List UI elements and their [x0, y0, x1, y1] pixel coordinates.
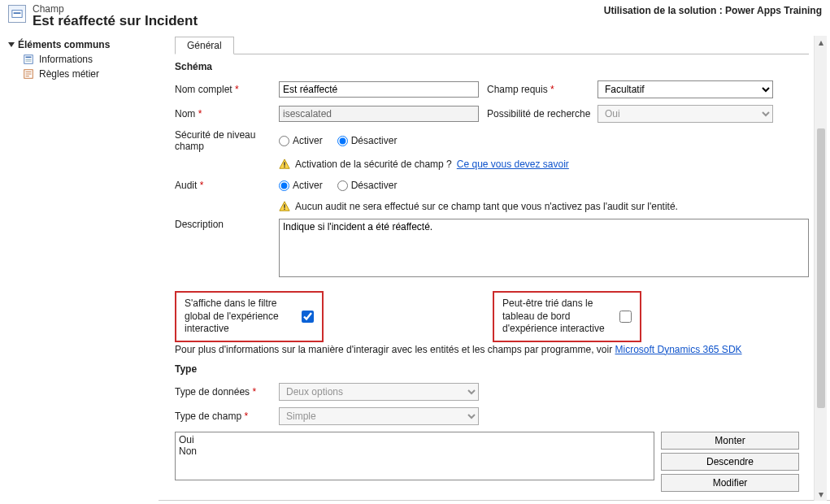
info-icon — [23, 54, 34, 65]
warning-icon — [279, 201, 290, 212]
sdk-link[interactable]: Microsoft Dynamics 365 SDK — [615, 344, 742, 355]
sidebar-item-label: Règles métier — [39, 68, 99, 80]
label-display-name: Nom complet * — [175, 84, 279, 95]
sdk-info-line: Pour plus d'informations sur la manière … — [175, 344, 809, 355]
data-type-select: Deux options — [279, 383, 479, 401]
label-data-type: Type de données * — [175, 386, 279, 398]
sortable-dashboard-checkbox[interactable] — [619, 311, 632, 323]
field-icon — [8, 5, 26, 23]
chevron-down-icon — [8, 42, 15, 47]
sidebar-item-label: Informations — [39, 54, 93, 65]
display-name-input[interactable] — [279, 81, 479, 98]
label-audit: Audit * — [175, 180, 279, 191]
requirement-select[interactable]: Facultatif — [598, 80, 773, 98]
highlight-global-filter: S'affiche dans le filtre global de l'exp… — [175, 291, 324, 342]
svg-rect-10 — [284, 209, 285, 210]
svg-rect-4 — [26, 59, 32, 60]
global-filter-checkbox[interactable] — [302, 311, 314, 323]
section-type-title: Type — [175, 363, 809, 375]
option-item[interactable]: Non — [179, 445, 650, 457]
warning-icon — [279, 159, 290, 170]
rules-icon — [23, 68, 34, 80]
page-header: Champ Est réaffecté sur Incident Utilisa… — [0, 0, 830, 36]
solution-label: Utilisation de la solution : Power Apps … — [604, 3, 822, 16]
svg-rect-9 — [284, 204, 285, 207]
label-global-filter: S'affiche dans le filtre global de l'exp… — [185, 298, 290, 336]
sidebar-group-common[interactable]: Éléments communs — [7, 39, 159, 50]
solution-name: Power Apps Training — [725, 5, 822, 16]
description-textarea[interactable] — [279, 219, 809, 277]
svg-rect-1 — [14, 12, 21, 14]
label-name: Nom * — [175, 108, 279, 119]
field-security-enable[interactable]: Activer — [279, 135, 323, 146]
scroll-down-icon[interactable]: ▾ — [815, 488, 827, 501]
sidebar: Éléments communs Informations Règles mét… — [0, 36, 159, 501]
sidebar-group-label: Éléments communs — [18, 39, 110, 50]
label-searchable: Possibilité de recherche — [487, 108, 598, 119]
svg-rect-3 — [26, 57, 32, 59]
scroll-up-icon[interactable]: ▴ — [815, 36, 827, 49]
field-security-warning: Activation de la sécurité de champ ? Ce … — [279, 159, 809, 170]
divider — [159, 500, 830, 501]
tab-bar: Général — [175, 36, 809, 54]
field-type-select: Simple — [279, 407, 479, 425]
vertical-scrollbar[interactable]: ▴ ▾ — [814, 36, 827, 501]
scroll-thumb[interactable] — [817, 128, 825, 407]
label-sortable-dashboard: Peut-être trié dans le tableau de bord d… — [502, 298, 608, 336]
section-schema-title: Schéma — [175, 61, 809, 72]
svg-rect-8 — [284, 167, 285, 167]
move-up-button[interactable]: Monter — [661, 432, 799, 450]
sidebar-item-business-rules[interactable]: Règles métier — [7, 67, 159, 81]
sidebar-item-informations[interactable]: Informations — [7, 52, 159, 67]
highlight-sortable-dashboard: Peut-être trié dans le tableau de bord d… — [493, 291, 641, 342]
page-title: Est réaffecté sur Incident — [33, 13, 604, 29]
svg-rect-5 — [26, 61, 32, 62]
label-field-type: Type de champ * — [175, 411, 279, 422]
audit-enable[interactable]: Activer — [279, 180, 323, 191]
main-panel: Général Schéma Nom complet * Champ requi… — [159, 36, 830, 501]
audit-disable[interactable]: Désactiver — [337, 180, 398, 191]
searchable-select: Oui — [598, 105, 773, 123]
tab-general[interactable]: Général — [175, 37, 234, 54]
option-item[interactable]: Oui — [179, 434, 650, 445]
field-security-link[interactable]: Ce que vous devez savoir — [457, 159, 569, 170]
name-input — [279, 106, 479, 122]
svg-rect-7 — [284, 162, 285, 165]
options-listbox[interactable]: Oui Non — [175, 432, 654, 480]
audit-warning: Aucun audit ne sera effectué sur ce cham… — [279, 201, 809, 212]
solution-prefix: Utilisation de la solution : — [604, 5, 725, 16]
label-description: Description — [175, 219, 279, 230]
label-field-security: Sécurité de niveau champ — [175, 129, 279, 152]
edit-button[interactable]: Modifier — [661, 474, 799, 492]
label-requirement: Champ requis * — [487, 84, 598, 95]
move-down-button[interactable]: Descendre — [661, 453, 799, 471]
field-security-disable[interactable]: Désactiver — [337, 135, 398, 146]
